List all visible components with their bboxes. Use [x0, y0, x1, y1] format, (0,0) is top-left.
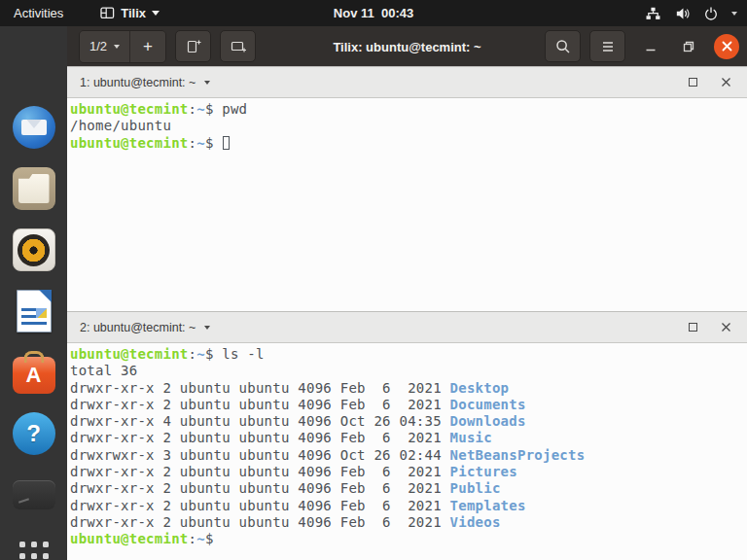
terminal-line: drwxr-xr-x 2 ubuntu ubuntu 4096 Feb 6 20…: [70, 464, 747, 480]
terminal-text-segment: ubuntu@tecmint: [70, 531, 189, 546]
tilix-window: 1/2 + Tilix: ubuntu@tecmint: ~: [67, 26, 747, 560]
tilix-app-icon: [100, 6, 115, 20]
firefox-icon: [13, 45, 55, 88]
pane-2-close-button[interactable]: [721, 322, 731, 332]
tilix-header-bar: 1/2 + Tilix: ubuntu@tecmint: ~: [67, 26, 747, 66]
dock-item-show-applications[interactable]: [11, 534, 57, 560]
dock-item-tilix[interactable]: [11, 472, 57, 517]
chevron-down-icon: [731, 12, 737, 16]
session-counter: 1/2: [89, 39, 107, 53]
pane-2-header[interactable]: 2: ubuntu@tecmint: ~: [67, 311, 747, 343]
terminal-line: drwxrwxr-x 3 ubuntu ubuntu 4096 Oct 26 0…: [70, 447, 747, 464]
terminal-text-segment: Documents: [450, 397, 526, 412]
libreoffice-writer-icon: [17, 290, 52, 332]
thunderbird-icon: [13, 106, 55, 149]
terminal-text-segment: $: [205, 135, 222, 151]
terminal-text-segment: Templates: [450, 498, 526, 513]
terminal-1[interactable]: ubuntu@tecmint:~$ pwd/home/ubuntuubuntu@…: [67, 98, 747, 311]
terminal-text-segment: Music: [450, 430, 492, 445]
system-status-area[interactable]: [645, 6, 747, 21]
close-icon: [721, 77, 731, 88]
terminal-line: drwxr-xr-x 2 ubuntu ubuntu 4096 Feb 6 20…: [70, 498, 747, 514]
terminal-text-segment: ubuntu@tecmint: [70, 101, 189, 117]
terminal-text-segment: Downloads: [450, 413, 526, 429]
pane-1-title: 1: ubuntu@tecmint: ~: [80, 76, 196, 89]
top-bar: Activities Tilix Nov 11 00:43: [0, 0, 747, 26]
tilix-icon: [13, 480, 55, 509]
search-button[interactable]: [545, 30, 581, 62]
terminal-text-segment: :: [189, 135, 197, 151]
close-button[interactable]: [714, 34, 739, 59]
search-icon: [554, 38, 572, 55]
hamburger-menu-icon: [599, 38, 617, 55]
terminal-text-segment: drwxr-xr-x 2 ubuntu ubuntu 4096 Feb 6 20…: [70, 514, 450, 530]
terminal-line: drwxr-xr-x 4 ubuntu ubuntu 4096 Oct 26 0…: [70, 413, 747, 430]
pane-2-maximize-button[interactable]: [689, 323, 697, 332]
dock-item-libreoffice-writer[interactable]: [11, 289, 57, 333]
pane-1-controls: [689, 77, 734, 88]
minimize-button[interactable]: [638, 34, 663, 59]
terminal-text-segment: ~: [196, 346, 205, 362]
terminal-text-segment: drwxr-xr-x 4 ubuntu ubuntu 4096 Oct 26 0…: [70, 413, 450, 429]
split-down-button[interactable]: [220, 30, 256, 62]
terminal-line: ubuntu@tecmint:~$: [70, 531, 747, 547]
volume-icon: [674, 6, 691, 21]
terminal-line: /home/ubuntu: [70, 118, 747, 134]
dock-item-help[interactable]: ?: [11, 411, 57, 456]
terminal-line: drwxr-xr-x 2 ubuntu ubuntu 4096 Feb 6 20…: [70, 397, 747, 413]
terminal-text-segment: NetBeansProjects: [450, 447, 586, 463]
terminal-line: drwxr-xr-x 2 ubuntu ubuntu 4096 Feb 6 20…: [70, 480, 747, 497]
split-down-icon: [230, 38, 247, 55]
terminal-2-output: ubuntu@tecmint:~$ ls -ltotal 36drwxr-xr-…: [67, 343, 747, 548]
terminal-text-segment: ~: [196, 135, 205, 151]
dock-item-ubuntu-software[interactable]: A: [11, 350, 57, 395]
clock[interactable]: Nov 11 00:43: [334, 0, 413, 26]
chevron-down-icon[interactable]: [204, 81, 210, 85]
terminal-text-segment: drwxr-xr-x 2 ubuntu ubuntu 4096 Feb 6 20…: [70, 397, 450, 412]
terminal-text-segment: ubuntu@tecmint: [70, 346, 189, 362]
new-session-button[interactable]: +: [130, 31, 165, 62]
terminal-2[interactable]: ubuntu@tecmint:~$ ls -ltotal 36drwxr-xr-…: [67, 343, 747, 560]
terminal-line: ubuntu@tecmint:~$ ls -l: [70, 346, 747, 363]
network-wired-icon: [645, 6, 661, 21]
menu-button[interactable]: [589, 30, 625, 62]
terminal-1-output: ubuntu@tecmint:~$ pwd/home/ubuntuubuntu@…: [67, 98, 747, 152]
chevron-down-icon: [152, 11, 160, 16]
close-icon: [721, 322, 731, 332]
split-right-button[interactable]: [175, 30, 211, 62]
terminal-text-segment: /home/ubuntu: [70, 118, 171, 133]
terminal-cursor: [223, 136, 230, 150]
session-counter-button[interactable]: 1/2: [80, 31, 130, 62]
restore-button[interactable]: [676, 34, 701, 59]
dock-item-thunderbird[interactable]: [11, 105, 57, 150]
terminal-text-segment: ubuntu@tecmint: [70, 135, 189, 151]
dock-item-rhythmbox[interactable]: [11, 228, 57, 272]
terminal-text-segment: Public: [450, 480, 501, 496]
pane-2-controls: [689, 322, 734, 332]
minimize-icon: [643, 39, 658, 54]
window-controls: [545, 30, 739, 62]
terminal-line: drwxr-xr-x 2 ubuntu ubuntu 4096 Feb 6 20…: [70, 380, 747, 397]
activities-button[interactable]: Activities: [0, 0, 77, 26]
terminal-text-segment: drwxr-xr-x 2 ubuntu ubuntu 4096 Feb 6 20…: [70, 380, 450, 396]
terminal-text-segment: drwxr-xr-x 2 ubuntu ubuntu 4096 Feb 6 20…: [70, 430, 450, 445]
terminal-text-segment: $ ls -l: [205, 346, 265, 362]
pane-1-maximize-button[interactable]: [689, 78, 697, 87]
pane-1-close-button[interactable]: [721, 77, 731, 88]
terminal-line: drwxr-xr-x 2 ubuntu ubuntu 4096 Feb 6 20…: [70, 430, 747, 446]
chevron-down-icon[interactable]: [204, 326, 210, 330]
terminal-text-segment: drwxr-xr-x 2 ubuntu ubuntu 4096 Feb 6 20…: [70, 480, 450, 496]
pane-1-header[interactable]: 1: ubuntu@tecmint: ~: [67, 66, 747, 98]
terminal-line: drwxr-xr-x 2 ubuntu ubuntu 4096 Feb 6 20…: [70, 514, 747, 531]
terminal-text-segment: Desktop: [450, 380, 510, 396]
dock: A ?: [0, 26, 67, 560]
dock-item-firefox[interactable]: [11, 44, 57, 88]
terminal-text-segment: drwxr-xr-x 2 ubuntu ubuntu 4096 Feb 6 20…: [70, 498, 450, 513]
ubuntu-software-icon: A: [13, 357, 55, 394]
rhythmbox-icon: [13, 228, 55, 271]
terminal-text-segment: Pictures: [450, 464, 517, 479]
focused-app-menu[interactable]: Tilix: [100, 6, 160, 20]
terminal-line: total 36: [70, 363, 747, 379]
dock-item-files[interactable]: [11, 166, 57, 211]
terminal-text-segment: $ pwd: [205, 101, 247, 117]
